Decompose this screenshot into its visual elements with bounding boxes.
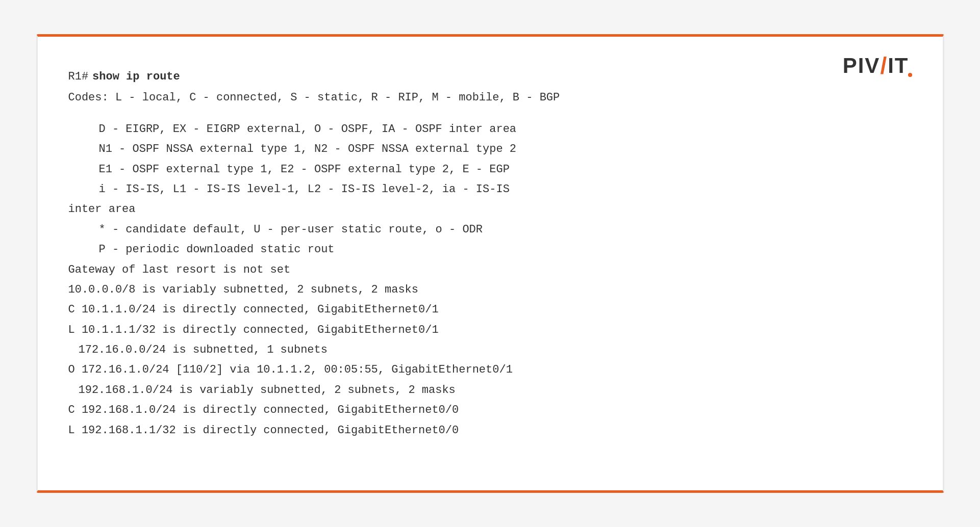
logo: PIV / IT: [843, 52, 912, 80]
logo-it: IT: [888, 54, 909, 78]
terminal-line: 192.168.1.0/24 is variably subnetted, 2 …: [68, 381, 912, 400]
main-card: PIV / IT R1# show ip route Codes: L - lo…: [36, 34, 944, 493]
terminal-line: C 10.1.1.0/24 is directly connected, Gig…: [68, 300, 912, 319]
logo-slash: /: [880, 52, 888, 80]
terminal-line: P - periodic downloaded static rout: [68, 240, 912, 259]
logo-dot: [908, 73, 912, 77]
terminal-line: O 172.16.1.0/24 [110/2] via 10.1.1.2, 00…: [68, 360, 912, 379]
blank-line: [68, 109, 912, 120]
terminal-lines: Codes: L - local, C - connected, S - sta…: [68, 88, 912, 440]
terminal-line: C 192.168.1.0/24 is directly connected, …: [68, 401, 912, 419]
terminal-line: inter area: [68, 200, 912, 219]
terminal-line: * - candidate default, U - per-user stat…: [68, 220, 912, 239]
logo-piv: PIV: [843, 54, 881, 78]
terminal-line: Gateway of last resort is not set: [68, 260, 912, 279]
terminal-line: E1 - OSPF external type 1, E2 - OSPF ext…: [68, 160, 912, 179]
terminal-line: i - IS-IS, L1 - IS-IS level-1, L2 - IS-I…: [68, 180, 912, 199]
command: show ip route: [92, 67, 180, 86]
terminal-line: D - EIGRP, EX - EIGRP external, O - OSPF…: [68, 120, 912, 139]
terminal-line: 172.16.0.0/24 is subnetted, 1 subnets: [68, 340, 912, 359]
terminal-line: Codes: L - local, C - connected, S - sta…: [68, 88, 912, 107]
terminal-line: L 192.168.1.1/32 is directly connected, …: [68, 421, 912, 440]
terminal-line: L 10.1.1.1/32 is directly connected, Gig…: [68, 321, 912, 339]
terminal-output: R1# show ip route Codes: L - local, C - …: [68, 67, 912, 440]
command-line: R1# show ip route: [68, 67, 912, 86]
terminal-line: N1 - OSPF NSSA external type 1, N2 - OSP…: [68, 140, 912, 159]
terminal-line: 10.0.0.0/8 is variably subnetted, 2 subn…: [68, 280, 912, 299]
prompt: R1#: [68, 67, 89, 86]
